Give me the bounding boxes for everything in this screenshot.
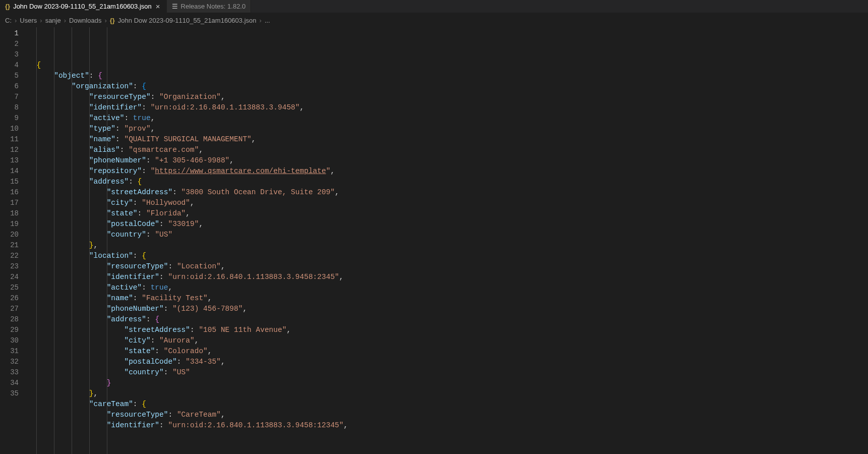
editor-area[interactable]: 1234567891011121314151617181920212223242… <box>0 27 868 454</box>
line-number: 28 <box>0 314 19 325</box>
code-line[interactable]: "city": "Hollywood", <box>28 198 868 208</box>
line-number: 24 <box>0 272 19 282</box>
line-number: 9 <box>0 113 19 124</box>
line-number-gutter: 1234567891011121314151617181920212223242… <box>0 27 28 454</box>
code-line[interactable]: "active": true, <box>28 282 868 293</box>
code-line[interactable]: "streetAddress": "3800 South Ocean Drive… <box>28 187 868 198</box>
line-number: 31 <box>0 346 19 357</box>
line-number: 3 <box>0 49 19 60</box>
code-line[interactable]: "location": { <box>28 251 868 261</box>
line-number: 15 <box>0 177 19 187</box>
json-file-icon: {} <box>5 3 10 10</box>
line-number: 8 <box>0 102 19 113</box>
line-number: 27 <box>0 304 19 314</box>
chevron-right-icon: › <box>15 17 17 24</box>
code-line[interactable]: "name": "Facility Test", <box>28 293 868 304</box>
close-icon[interactable]: × <box>155 2 161 11</box>
code-line[interactable]: "postalCode": "33019", <box>28 219 868 230</box>
line-number: 1 <box>0 28 19 39</box>
chevron-right-icon: › <box>260 17 262 24</box>
line-number: 10 <box>0 124 19 134</box>
breadcrumb-segment[interactable]: Users <box>20 17 37 24</box>
code-line[interactable]: "resourceType": "Organization", <box>28 92 868 102</box>
line-number: 6 <box>0 81 19 92</box>
line-number: 35 <box>0 388 19 399</box>
json-file-icon: {} <box>110 17 115 24</box>
chevron-right-icon: › <box>64 17 66 24</box>
code-line[interactable]: "object": { <box>28 71 868 81</box>
line-number: 5 <box>0 71 19 81</box>
code-line[interactable]: "identifier": "urn:oid:2.16.840.1.113883… <box>28 420 868 431</box>
code-line[interactable]: "active": true, <box>28 113 868 124</box>
line-number: 17 <box>0 198 19 208</box>
tab-label: John Dow 2023-09-1110_55_21am160603.json <box>13 3 152 10</box>
line-number: 4 <box>0 60 19 71</box>
code-line[interactable]: "city": "Aurora", <box>28 335 868 346</box>
breadcrumb-trailing[interactable]: ... <box>265 17 270 24</box>
line-number: 2 <box>0 39 19 49</box>
breadcrumb[interactable]: C:›Users›sanje›Downloads›{}John Dow 2023… <box>0 13 868 27</box>
code-line[interactable]: "country": "US" <box>28 230 868 240</box>
line-number: 19 <box>0 219 19 230</box>
code-content[interactable]: { "object": { "organization": { "resourc… <box>28 27 868 454</box>
tab-0[interactable]: {}John Dow 2023-09-1110_55_21am160603.js… <box>0 0 167 13</box>
line-number: 25 <box>0 282 19 293</box>
code-line[interactable]: "alias": "qsmartcare.com", <box>28 145 868 155</box>
breadcrumb-file[interactable]: John Dow 2023-09-1110_55_21am160603.json <box>118 17 257 24</box>
line-number: 11 <box>0 134 19 145</box>
line-number: 7 <box>0 92 19 102</box>
code-line[interactable]: "organization": { <box>28 81 868 92</box>
chevron-right-icon: › <box>40 17 42 24</box>
code-line[interactable]: "country": "US" <box>28 367 868 378</box>
breadcrumb-segment[interactable]: Downloads <box>69 17 101 24</box>
line-number: 14 <box>0 166 19 177</box>
line-number: 23 <box>0 261 19 272</box>
code-line[interactable]: "name": "QUALITY SURGICAL MANAGEMENT", <box>28 134 868 145</box>
line-number: 22 <box>0 251 19 261</box>
code-line[interactable]: } <box>28 378 868 388</box>
line-number: 26 <box>0 293 19 304</box>
breadcrumb-segment[interactable]: sanje <box>45 17 61 24</box>
code-line[interactable]: "state": "Florida", <box>28 208 868 219</box>
line-number: 16 <box>0 187 19 198</box>
code-line[interactable]: "state": "Colorado", <box>28 346 868 357</box>
line-number: 29 <box>0 325 19 335</box>
code-line[interactable]: "address": { <box>28 314 868 325</box>
code-line[interactable]: "phoneNumber": "(123) 456-7898", <box>28 304 868 314</box>
code-line[interactable]: "identifier": "urn:oid:2.16.840.1.113883… <box>28 102 868 113</box>
preview-icon: ☰ <box>172 3 178 10</box>
code-line[interactable]: "resourceType": "Location", <box>28 261 868 272</box>
line-number: 30 <box>0 335 19 346</box>
chevron-right-icon: › <box>104 17 106 24</box>
code-line[interactable]: "postalCode": "334-35", <box>28 357 868 367</box>
code-line[interactable]: "phoneNumber": "+1 305-466-9988", <box>28 155 868 166</box>
line-number: 12 <box>0 145 19 155</box>
line-number: 32 <box>0 357 19 367</box>
code-line[interactable]: }, <box>28 388 868 399</box>
code-line[interactable]: "resourceType": "CareTeam", <box>28 410 868 420</box>
line-number: 13 <box>0 155 19 166</box>
code-line[interactable]: "streetAddress": "105 NE 11th Avenue", <box>28 325 868 335</box>
code-line[interactable]: "identifier": "urn:oid:2.16.840.1.113883… <box>28 272 868 282</box>
line-number: 33 <box>0 367 19 378</box>
line-number: 34 <box>0 378 19 388</box>
code-line[interactable]: "address": { <box>28 177 868 187</box>
code-line[interactable]: "repository": "https://www.qsmartcare.co… <box>28 166 868 177</box>
breadcrumb-segment[interactable]: C: <box>5 17 12 24</box>
line-number: 20 <box>0 230 19 240</box>
tab-bar: {}John Dow 2023-09-1110_55_21am160603.js… <box>0 0 868 13</box>
code-line[interactable]: "careTeam": { <box>28 399 868 410</box>
line-number: 18 <box>0 208 19 219</box>
code-line[interactable]: "type": "prov", <box>28 124 868 134</box>
tab-label: Release Notes: 1.82.0 <box>181 3 246 10</box>
code-line[interactable]: }, <box>28 240 868 251</box>
code-line[interactable]: { <box>28 60 868 71</box>
tab-1[interactable]: ☰Release Notes: 1.82.0 <box>167 0 252 13</box>
line-number: 21 <box>0 240 19 251</box>
